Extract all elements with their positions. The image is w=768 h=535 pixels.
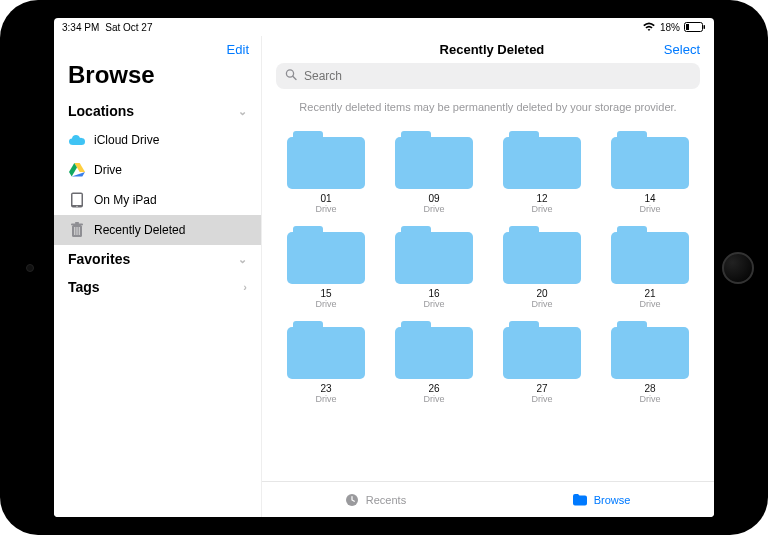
status-bar: 3:34 PM Sat Oct 27 18%	[54, 18, 714, 36]
chevron-down-icon: ⌄	[238, 253, 247, 266]
folder-name: 21	[644, 288, 655, 299]
folder-item[interactable]: 14 Drive	[598, 125, 702, 218]
folder-item[interactable]: 20 Drive	[490, 220, 594, 313]
trash-icon	[68, 221, 86, 239]
folder-icon	[503, 226, 581, 284]
folder-item[interactable]: 16 Drive	[382, 220, 486, 313]
svg-rect-1	[686, 24, 689, 30]
select-button[interactable]: Select	[664, 42, 700, 57]
section-locations[interactable]: Locations ⌄	[54, 97, 261, 125]
folder-grid: 01 Drive 09 Drive 12 Drive 14 Drive 15 D…	[262, 121, 714, 481]
folder-item[interactable]: 12 Drive	[490, 125, 594, 218]
sidebar-item-onmyipad[interactable]: On My iPad	[54, 185, 261, 215]
main-pane: Recently Deleted Select Recently deleted…	[262, 36, 714, 517]
status-date: Sat Oct 27	[105, 22, 152, 33]
tab-label: Recents	[366, 494, 406, 506]
svg-rect-2	[704, 25, 706, 29]
folder-source: Drive	[639, 394, 660, 404]
folder-icon	[503, 131, 581, 189]
clock-icon	[344, 493, 360, 507]
svg-point-8	[76, 206, 77, 207]
ipad-icon	[68, 191, 86, 209]
folder-name: 01	[320, 193, 331, 204]
tab-recents[interactable]: Recents	[262, 493, 488, 507]
section-label: Tags	[68, 279, 100, 295]
tab-browse[interactable]: Browse	[488, 493, 714, 507]
battery-percent: 18%	[660, 22, 680, 33]
svg-rect-11	[75, 222, 79, 224]
topbar: Recently Deleted Select	[262, 36, 714, 61]
camera-dot	[26, 264, 34, 272]
folder-source: Drive	[531, 394, 552, 404]
page-title: Recently Deleted	[320, 42, 664, 57]
folder-item[interactable]: 21 Drive	[598, 220, 702, 313]
folder-source: Drive	[531, 299, 552, 309]
folder-source: Drive	[423, 299, 444, 309]
folder-source: Drive	[639, 299, 660, 309]
section-favorites[interactable]: Favorites ⌄	[54, 245, 261, 273]
folder-item[interactable]: 28 Drive	[598, 315, 702, 408]
folder-name: 14	[644, 193, 655, 204]
folder-icon	[287, 321, 365, 379]
folder-item[interactable]: 01 Drive	[274, 125, 378, 218]
google-drive-icon	[68, 161, 86, 179]
sidebar-item-drive[interactable]: Drive	[54, 155, 261, 185]
folder-name: 28	[644, 383, 655, 394]
search-icon	[285, 69, 297, 84]
folder-item[interactable]: 27 Drive	[490, 315, 594, 408]
folder-icon	[503, 321, 581, 379]
folder-name: 20	[536, 288, 547, 299]
folder-name: 15	[320, 288, 331, 299]
sidebar-item-icloud[interactable]: iCloud Drive	[54, 125, 261, 155]
folder-source: Drive	[315, 299, 336, 309]
svg-rect-7	[73, 194, 82, 205]
folder-source: Drive	[639, 204, 660, 214]
folder-item[interactable]: 09 Drive	[382, 125, 486, 218]
sidebar-item-label: Recently Deleted	[94, 223, 185, 237]
folder-source: Drive	[423, 204, 444, 214]
folder-icon	[611, 226, 689, 284]
sidebar-item-label: Drive	[94, 163, 122, 177]
folder-source: Drive	[315, 394, 336, 404]
folder-icon	[572, 493, 588, 507]
folder-icon	[287, 226, 365, 284]
folder-icon	[611, 321, 689, 379]
search-input[interactable]	[276, 63, 700, 89]
hint-text: Recently deleted items may be permanentl…	[262, 95, 714, 121]
tab-label: Browse	[594, 494, 631, 506]
cloud-icon	[68, 131, 86, 149]
svg-rect-13	[76, 227, 77, 235]
chevron-right-icon: ›	[243, 281, 247, 293]
svg-rect-12	[74, 227, 75, 235]
sidebar-title: Browse	[54, 59, 261, 97]
status-time: 3:34 PM	[62, 22, 99, 33]
folder-item[interactable]: 15 Drive	[274, 220, 378, 313]
svg-rect-14	[79, 227, 80, 235]
section-tags[interactable]: Tags ›	[54, 273, 261, 301]
folder-icon	[395, 321, 473, 379]
folder-source: Drive	[531, 204, 552, 214]
svg-line-16	[293, 76, 296, 79]
folder-icon	[611, 131, 689, 189]
sidebar: Edit Browse Locations ⌄ iCloud Drive	[54, 36, 262, 517]
folder-icon	[395, 131, 473, 189]
battery-icon	[684, 22, 706, 32]
folder-name: 27	[536, 383, 547, 394]
wifi-icon	[642, 22, 656, 32]
sidebar-item-recently-deleted[interactable]: Recently Deleted	[54, 215, 261, 245]
edit-button[interactable]: Edit	[227, 42, 249, 57]
folder-name: 26	[428, 383, 439, 394]
screen: 3:34 PM Sat Oct 27 18% Edit Browse	[54, 18, 714, 517]
folder-name: 12	[536, 193, 547, 204]
folder-source: Drive	[315, 204, 336, 214]
folder-name: 16	[428, 288, 439, 299]
sidebar-item-label: On My iPad	[94, 193, 157, 207]
sidebar-item-label: iCloud Drive	[94, 133, 159, 147]
folder-item[interactable]: 26 Drive	[382, 315, 486, 408]
folder-name: 23	[320, 383, 331, 394]
folder-item[interactable]: 23 Drive	[274, 315, 378, 408]
section-label: Favorites	[68, 251, 130, 267]
home-button[interactable]	[722, 252, 754, 284]
folder-icon	[395, 226, 473, 284]
chevron-down-icon: ⌄	[238, 105, 247, 118]
